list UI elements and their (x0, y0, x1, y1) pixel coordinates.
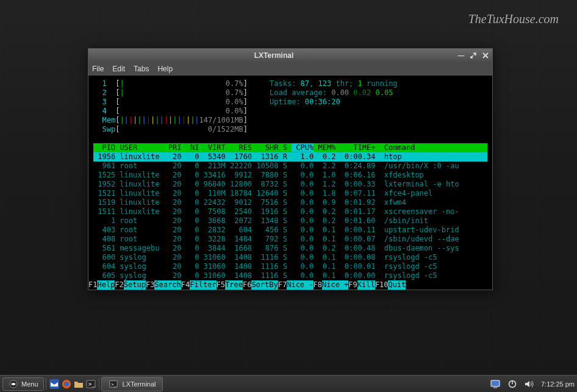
svg-rect-9 (493, 387, 497, 388)
function-keys: F1Help F2Setup F3SearchF4FilterF5Tree F6… (88, 280, 492, 290)
minimize-button[interactable]: — (457, 51, 465, 60)
fkey-F8[interactable]: F8Nice + (314, 280, 349, 290)
fkey-F4[interactable]: F4Filter (181, 280, 217, 290)
start-menu-button[interactable]: Menu (2, 377, 44, 391)
task-label: LXTerminal (123, 380, 156, 388)
fkey-F6[interactable]: F6SortBy (243, 280, 278, 290)
display-tray-icon[interactable] (490, 379, 501, 390)
launcher-firefox[interactable] (60, 378, 73, 390)
process-row[interactable]: 408 root 20 0 3228 1484 792 S 0.0 0.1 0:… (93, 235, 487, 244)
fkey-F5[interactable]: F5Tree (217, 280, 243, 290)
process-row-selected[interactable]: 1956 linuxlite 20 0 5340 1760 1316 R 1.0… (93, 152, 487, 162)
fkey-F10[interactable]: F10Quit (375, 280, 406, 290)
svg-text:>_: >_ (88, 381, 95, 387)
volume-tray-icon[interactable] (524, 379, 535, 390)
process-row[interactable]: 604 syslog 20 0 31060 1408 1116 S 0.0 0.… (93, 262, 487, 271)
menu-tabs[interactable]: Tabs (134, 65, 149, 73)
process-row[interactable]: 403 root 20 0 2832 604 456 S 0.0 0.1 0:0… (93, 226, 487, 235)
process-row[interactable]: 1525 linuxlite 20 0 33416 9912 7880 S 0.… (93, 171, 487, 180)
menu-label: Menu (21, 380, 38, 388)
process-row[interactable]: 600 syslog 20 0 31060 1408 1116 S 0.0 0.… (93, 253, 487, 262)
terminal-icon: >_ (108, 379, 119, 390)
fkey-F2[interactable]: F2Setup (115, 280, 146, 290)
power-tray-icon[interactable] (507, 379, 518, 390)
taskbar: Menu >_ >_ LXTerminal 7:12:25 pm (0, 375, 577, 392)
process-row[interactable]: 1521 linuxlite 20 0 110M 18784 12640 S 0… (93, 189, 487, 198)
titlebar[interactable]: LXTerminal — (88, 49, 492, 62)
taskbar-task-lxterminal[interactable]: >_ LXTerminal (101, 377, 163, 391)
menubar: File Edit Tabs Help (88, 62, 492, 76)
fkey-F3[interactable]: F3Search (146, 280, 181, 290)
process-row[interactable]: 1511 linuxlite 20 0 7508 2540 1916 S 0.0… (93, 207, 487, 216)
menu-file[interactable]: File (92, 65, 104, 73)
window-title: LXTerminal (91, 51, 457, 60)
launcher-thunderbird[interactable] (48, 378, 60, 390)
fkey-F7[interactable]: F7Nice - (278, 280, 314, 290)
menu-icon (8, 379, 19, 390)
process-row[interactable]: 1952 linuxlite 20 0 96840 12800 8732 S 0… (93, 180, 487, 189)
process-row[interactable]: 1 root 20 0 3668 2072 1348 S 0.0 0.2 0:0… (93, 216, 487, 226)
svg-text:>_: >_ (111, 382, 116, 387)
menu-help[interactable]: Help (157, 65, 173, 73)
close-button[interactable] (481, 51, 490, 60)
svg-point-3 (64, 382, 69, 387)
maximize-button[interactable] (469, 51, 478, 60)
process-row[interactable]: 961 root 20 0 213M 22220 10508 S 0.0 2.2… (93, 162, 487, 171)
process-header[interactable]: PID USER PRI NI VIRT RES SHR S CPU% MEM%… (93, 143, 487, 152)
terminal-window: LXTerminal — File Edit Tabs Help 1 [| 0.… (88, 48, 493, 290)
fkey-F1[interactable]: F1Help (88, 280, 115, 290)
terminal-content[interactable]: 1 [| 0.7%] Tasks: 87, 123 thr; 1 running… (88, 76, 492, 290)
process-row[interactable]: 1519 linuxlite 20 0 22432 9012 7516 S 0.… (93, 198, 487, 207)
clock[interactable]: 7:12:25 pm (541, 380, 575, 388)
process-row[interactable]: 561 messagebu 20 0 3844 1668 876 S 0.0 0… (93, 244, 487, 253)
fkey-F9[interactable]: F9Kill (348, 280, 375, 290)
menu-edit[interactable]: Edit (112, 65, 125, 73)
launcher-terminal[interactable]: >_ (85, 378, 97, 390)
svg-rect-8 (491, 380, 500, 387)
launcher-files[interactable] (73, 378, 85, 390)
process-row[interactable]: 605 syslog 20 0 31060 1408 1116 S 0.0 0.… (93, 271, 487, 280)
watermark: TheTuxHouse.com (468, 12, 559, 26)
desktop: TheTuxHouse.com LXTerminal — File Edit T… (0, 0, 577, 392)
